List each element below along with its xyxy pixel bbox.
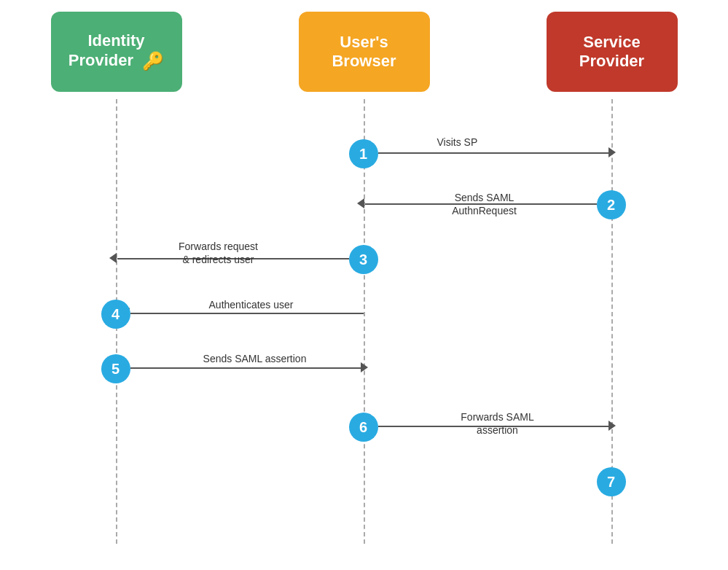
step-3-label: Forwards request& redirects user [146,240,291,266]
step-1-circle: 1 [349,139,378,168]
step-4-label: Authenticates user [171,298,332,311]
step-7-circle: 7 [597,467,626,496]
step-3-arrowhead [109,253,117,263]
actor-sp: ServiceProvider [547,12,678,92]
step-3-circle: 3 [349,245,378,274]
step-1-line [378,152,611,154]
step-2-circle: 2 [597,190,626,219]
step-4-circle: 4 [101,300,130,329]
step-1-arrowhead [608,147,616,157]
step-6-arrowhead [608,421,616,431]
step-6-circle: 6 [349,413,378,442]
step-2-label: Sends SAMLAuthnRequest [426,191,543,217]
step-1-label: Visits SP [437,136,478,149]
actor-idp-label: IdentityProvider 🔑 [69,31,164,71]
actor-idp: IdentityProvider 🔑 [51,12,182,92]
saml-diagram: IdentityProvider 🔑 User'sBrowser Service… [15,12,714,558]
step-2-arrowhead [357,198,364,208]
step-5-line [130,367,364,369]
actor-browser: User'sBrowser [299,12,430,92]
step-4-line [130,313,364,314]
actor-browser-label: User'sBrowser [332,33,396,71]
key-icon: 🔑 [142,51,164,72]
step-5-arrowhead [361,362,368,372]
step-5-circle: 5 [101,354,130,383]
step-6-label: Forwards SAMLassertion [432,410,563,437]
actor-sp-label: ServiceProvider [579,33,644,71]
step-5-label: Sends SAML assertion [164,352,346,365]
